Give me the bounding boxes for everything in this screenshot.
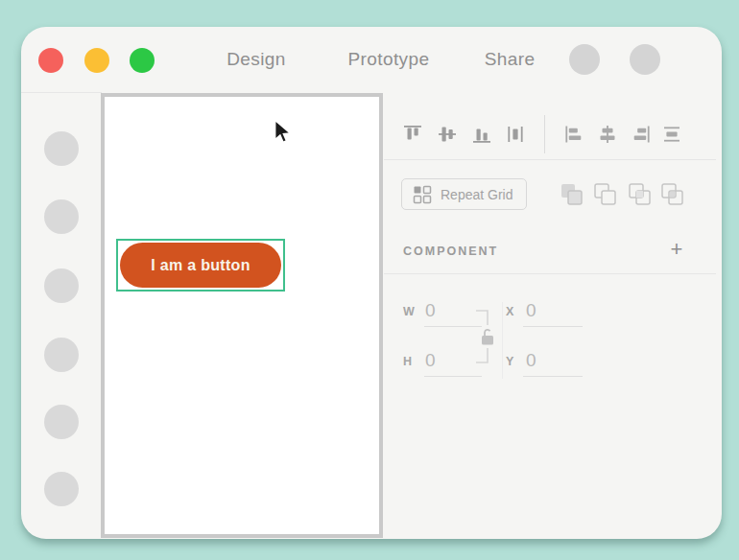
tab-share[interactable]: Share: [485, 49, 536, 70]
height-field-underline: [424, 376, 482, 377]
header-divider: [21, 92, 102, 93]
artboard-canvas[interactable]: I am a button: [101, 93, 383, 538]
x-field[interactable]: 0: [526, 300, 536, 321]
tab-prototype[interactable]: Prototype: [348, 49, 430, 70]
add-component-button[interactable]: +: [665, 238, 688, 261]
cursor-icon: [270, 118, 295, 147]
align-left-icon[interactable]: [563, 124, 584, 145]
subtract-icon[interactable]: [592, 181, 617, 206]
section-divider-1: [384, 159, 716, 160]
lock-aspect-ratio-toggle[interactable]: [463, 305, 497, 368]
distribute-horizontal-icon[interactable]: [505, 124, 526, 145]
y-field-underline: [523, 376, 583, 377]
width-field-label: W: [403, 305, 415, 318]
canvas-button[interactable]: I am a button: [120, 243, 281, 288]
toolbar-tool-2[interactable]: [44, 199, 79, 234]
toolbar-tool-6[interactable]: [44, 472, 79, 506]
transform-column-divider: [502, 302, 503, 379]
repeat-grid-icon: [413, 185, 432, 204]
minimize-window-button[interactable]: [84, 48, 109, 73]
distribute-vertical-icon[interactable]: [661, 124, 682, 145]
union-icon[interactable]: [559, 181, 584, 206]
intersect-icon[interactable]: [627, 181, 652, 206]
y-field-label: Y: [506, 355, 513, 368]
header-action-button-2[interactable]: [630, 44, 660, 75]
height-field-label: H: [403, 355, 412, 368]
component-section-label: COMPONENT: [403, 245, 498, 258]
toolbar-tool-4[interactable]: [44, 338, 79, 372]
align-group-divider: [544, 115, 545, 153]
toolbar-tool-5[interactable]: [44, 405, 79, 439]
toolbar-tool-3[interactable]: [44, 268, 79, 303]
x-field-label: X: [506, 305, 513, 318]
tab-design[interactable]: Design: [226, 49, 286, 70]
section-divider-2: [384, 273, 716, 274]
align-bottom-icon[interactable]: [471, 124, 492, 145]
width-field[interactable]: 0: [425, 300, 436, 321]
repeat-grid-button[interactable]: Repeat Grid: [401, 178, 527, 210]
selection-box[interactable]: I am a button: [116, 239, 285, 292]
repeat-grid-label: Repeat Grid: [441, 187, 513, 202]
align-top-icon[interactable]: [402, 124, 423, 145]
toolbar-tool-1[interactable]: [44, 131, 79, 166]
exclude-icon[interactable]: [659, 181, 684, 206]
align-center-icon[interactable]: [597, 124, 618, 145]
x-field-underline: [523, 326, 583, 327]
align-right-icon[interactable]: [631, 124, 652, 145]
app-window: Design Prototype Share I am a button: [21, 27, 722, 539]
height-field[interactable]: 0: [425, 350, 436, 371]
lock-icon: [482, 330, 493, 345]
zoom-window-button[interactable]: [130, 48, 155, 73]
align-middle-icon[interactable]: [437, 124, 458, 145]
y-field[interactable]: 0: [526, 350, 536, 371]
close-window-button[interactable]: [38, 48, 63, 73]
header-action-button-1[interactable]: [569, 44, 600, 75]
